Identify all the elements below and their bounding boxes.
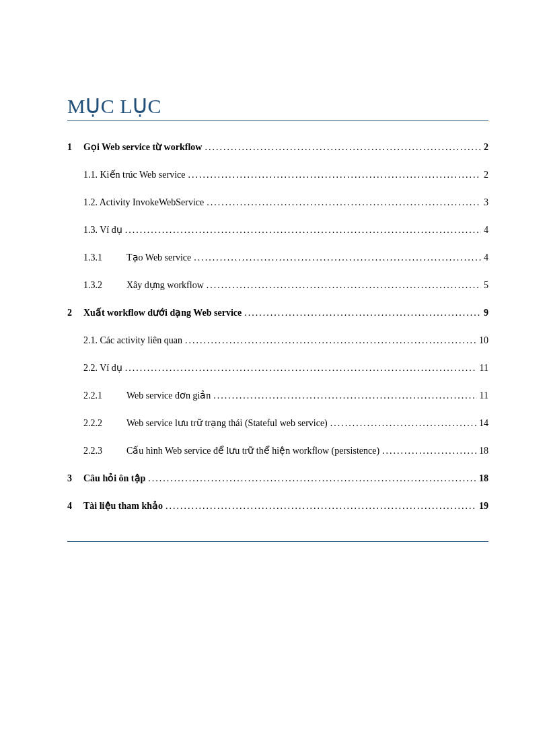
toc-number: 2: [67, 306, 83, 320]
toc-page: 4: [481, 223, 488, 237]
toc-page: 11: [477, 361, 488, 375]
toc-entry: 2.1. Các activity liên quan 10: [67, 333, 488, 347]
toc-leader: [185, 333, 476, 347]
toc-leader: [207, 278, 481, 292]
toc-page: 4: [481, 250, 488, 265]
toc-page: 2: [481, 140, 488, 154]
toc-page: 5: [481, 278, 488, 292]
toc-label: Tài liệu tham khảo: [83, 499, 166, 513]
toc-number: 2.2.2: [83, 416, 126, 430]
toc-number: 1.3.1: [83, 250, 126, 265]
toc-page: 18: [476, 471, 488, 485]
toc-leader: [207, 195, 481, 209]
toc-leader: [148, 471, 476, 485]
toc-number: 3: [67, 471, 83, 485]
toc-label: 1.2. Activity InvokeWebService: [83, 195, 207, 209]
toc-leader: [125, 361, 477, 375]
page-title: MỤC LỤC: [67, 94, 488, 121]
toc-entry: 1.2. Activity InvokeWebService 3: [67, 195, 488, 209]
toc-label: 1.1. Kiến trúc Web service: [83, 168, 188, 182]
toc-number: 4: [67, 499, 83, 513]
toc-entry: 2.2.2 Web service lưu trữ trạng thái (St…: [67, 416, 488, 430]
toc-label: Xuất workflow dưới dạng Web service: [83, 306, 244, 320]
toc-label: Web service lưu trữ trạng thái (Stateful…: [126, 416, 330, 430]
toc-page: 18: [476, 444, 488, 458]
toc-label: 1.3. Ví dụ: [83, 223, 125, 237]
toc-page: 11: [477, 388, 488, 403]
toc-page: 3: [481, 195, 488, 209]
toc-page: 2: [481, 168, 488, 182]
toc-number: 1: [67, 140, 83, 154]
toc-entry: 1.3. Ví dụ 4: [67, 223, 488, 237]
toc-label: Xây dựng workflow: [126, 278, 207, 292]
toc-leader: [125, 223, 481, 237]
toc-leader: [382, 444, 476, 458]
toc-leader: [194, 250, 481, 265]
toc-leader: [213, 388, 476, 403]
toc-label: Cấu hình Web service để lưu trữ thể hiện…: [126, 444, 382, 458]
toc-label: Gọi Web service từ workflow: [83, 140, 205, 154]
toc-number: 1.3.2: [83, 278, 126, 292]
toc-label: 2.1. Các activity liên quan: [83, 333, 185, 347]
toc-label: Câu hỏi ôn tập: [83, 471, 148, 485]
toc-label: Tạo Web service: [126, 250, 194, 265]
toc-entry: 2 Xuất workflow dưới dạng Web service 9: [67, 306, 488, 320]
toc-page: 19: [476, 499, 488, 513]
toc-leader: [244, 306, 481, 320]
toc-leader: [330, 416, 476, 430]
toc-leader: [166, 499, 476, 513]
toc-entry: 1.1. Kiến trúc Web service 2: [67, 168, 488, 182]
toc-leader: [205, 140, 481, 154]
toc-page: 10: [476, 333, 488, 347]
toc-label: 2.2. Ví dụ: [83, 361, 125, 375]
toc-page: 9: [481, 306, 488, 320]
toc-entry: 1 Gọi Web service từ workflow 2: [67, 140, 488, 154]
toc-entry: 2.2.1 Web service đơn giản 11: [67, 388, 488, 403]
toc-number: 2.2.1: [83, 388, 126, 403]
toc-entry: 3 Câu hỏi ôn tập 18: [67, 471, 488, 485]
table-of-contents: 1 Gọi Web service từ workflow 2 1.1. Kiế…: [67, 140, 488, 513]
toc-entry: 2.2.3 Cấu hình Web service để lưu trữ th…: [67, 444, 488, 458]
toc-label: Web service đơn giản: [126, 388, 213, 403]
toc-leader: [188, 168, 481, 182]
toc-entry: 1.3.2 Xây dựng workflow 5: [67, 278, 488, 292]
horizontal-rule: [67, 541, 488, 542]
toc-number: 2.2.3: [83, 444, 126, 458]
toc-entry: 2.2. Ví dụ 11: [67, 361, 488, 375]
toc-entry: 4 Tài liệu tham khảo 19: [67, 499, 488, 513]
toc-page: 14: [476, 416, 488, 430]
toc-entry: 1.3.1 Tạo Web service 4: [67, 250, 488, 265]
